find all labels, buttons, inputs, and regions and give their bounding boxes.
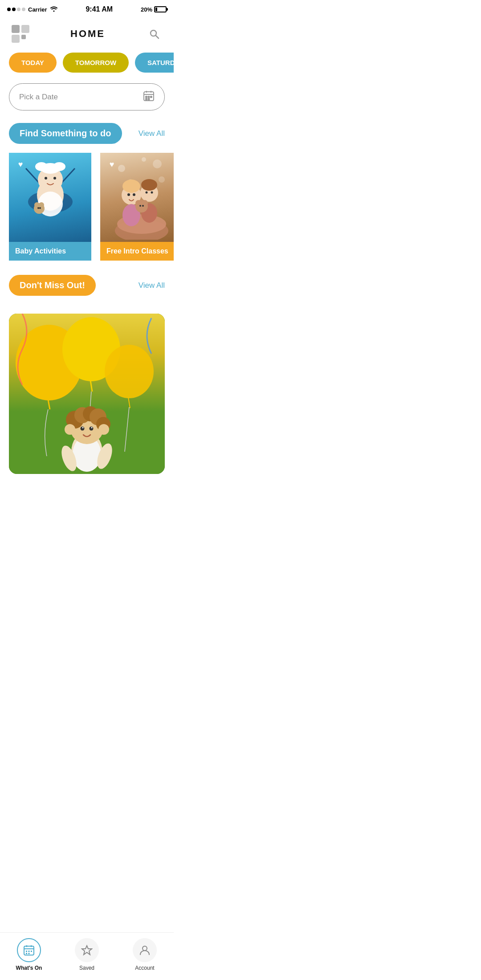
svg-point-29 <box>37 207 39 209</box>
day-tabs-row: TODAY TOMORROW SATURDAY SUNDAY <box>0 53 174 83</box>
status-right: 20% <box>141 6 167 13</box>
svg-point-83 <box>82 427 84 429</box>
svg-point-72 <box>105 345 154 398</box>
activity-cards-row: ♥ Baby Activities <box>0 153 174 275</box>
svg-point-42 <box>133 193 135 196</box>
find-view-all-link[interactable]: View All <box>139 129 165 138</box>
search-button[interactable] <box>145 25 163 43</box>
card-intro-classes[interactable]: ♥ Free Intro Classes <box>100 153 174 261</box>
card-baby-activities[interactable]: ♥ Baby Activities <box>9 153 91 261</box>
svg-point-82 <box>90 427 94 431</box>
svg-rect-11 <box>148 96 150 98</box>
card-intro-label: Free Intro Classes <box>100 242 174 261</box>
heart-icon-baby[interactable]: ♥ <box>14 158 27 171</box>
find-section-title: Find Something to do <box>20 128 111 138</box>
svg-rect-2 <box>12 35 20 43</box>
svg-point-33 <box>153 159 162 168</box>
find-section-badge: Find Something to do <box>9 123 122 144</box>
signal-dot-2 <box>12 8 16 11</box>
balloon-area <box>9 314 165 474</box>
svg-point-30 <box>39 207 41 209</box>
feature-card-inner <box>9 314 165 474</box>
wifi-icon <box>50 6 58 13</box>
svg-point-35 <box>142 157 146 162</box>
svg-point-44 <box>141 179 157 191</box>
date-picker[interactable]: Pick a Date <box>9 83 165 110</box>
svg-point-46 <box>145 192 147 194</box>
tab-saturday[interactable]: SATURDAY <box>135 53 174 73</box>
svg-point-86 <box>98 424 109 435</box>
dont-miss-header: Don't Miss Out! View All <box>9 275 165 305</box>
svg-point-51 <box>139 205 141 207</box>
svg-point-28 <box>39 202 44 208</box>
svg-rect-14 <box>148 98 150 100</box>
tab-today[interactable]: TODAY <box>9 53 57 73</box>
status-left: Carrier <box>7 6 58 13</box>
svg-point-41 <box>127 193 130 196</box>
svg-point-52 <box>142 205 144 207</box>
svg-point-47 <box>151 192 153 194</box>
app-header: HOME <box>0 17 174 53</box>
tab-tomorrow[interactable]: TOMORROW <box>63 53 129 73</box>
status-bar: Carrier 9:41 AM 20% <box>0 0 174 17</box>
svg-line-5 <box>156 36 159 39</box>
dont-miss-badge: Don't Miss Out! <box>9 275 96 296</box>
status-time: 9:41 AM <box>86 5 113 13</box>
find-section-header: Find Something to do View All <box>0 123 174 153</box>
battery-icon <box>154 6 167 12</box>
carrier-label: Carrier <box>28 6 47 13</box>
svg-point-22 <box>53 162 65 171</box>
svg-point-34 <box>159 176 165 183</box>
svg-point-81 <box>81 427 85 431</box>
card-baby-label: Baby Activities <box>9 242 91 261</box>
feature-card[interactable] <box>9 314 165 474</box>
dont-miss-section: Don't Miss Out! View All <box>0 275 174 314</box>
signal-dot-3 <box>17 8 20 11</box>
svg-rect-1 <box>21 25 29 33</box>
svg-point-24 <box>53 177 56 180</box>
dont-miss-title: Don't Miss Out! <box>20 280 85 290</box>
svg-point-39 <box>122 180 140 193</box>
bottom-spacer <box>0 474 174 519</box>
svg-point-21 <box>35 162 48 171</box>
app-logo <box>11 24 30 44</box>
svg-point-85 <box>65 424 75 435</box>
battery-fill <box>155 8 157 11</box>
svg-rect-10 <box>146 96 147 98</box>
svg-rect-0 <box>12 25 20 33</box>
svg-rect-13 <box>146 98 147 100</box>
calendar-icon <box>143 90 155 104</box>
svg-point-31 <box>118 165 125 172</box>
svg-point-84 <box>91 427 93 429</box>
date-picker-placeholder: Pick a Date <box>19 93 58 102</box>
svg-rect-3 <box>21 35 26 39</box>
svg-point-23 <box>45 177 47 180</box>
signal-dots <box>7 8 25 11</box>
signal-dot-4 <box>22 8 25 11</box>
battery-percent: 20% <box>141 6 152 13</box>
heart-icon-intro[interactable]: ♥ <box>106 158 118 171</box>
svg-rect-12 <box>151 96 152 98</box>
signal-dot-1 <box>7 8 11 11</box>
page-title: HOME <box>70 28 105 40</box>
date-picker-container: Pick a Date <box>0 83 174 123</box>
dont-miss-view-all[interactable]: View All <box>139 281 165 290</box>
